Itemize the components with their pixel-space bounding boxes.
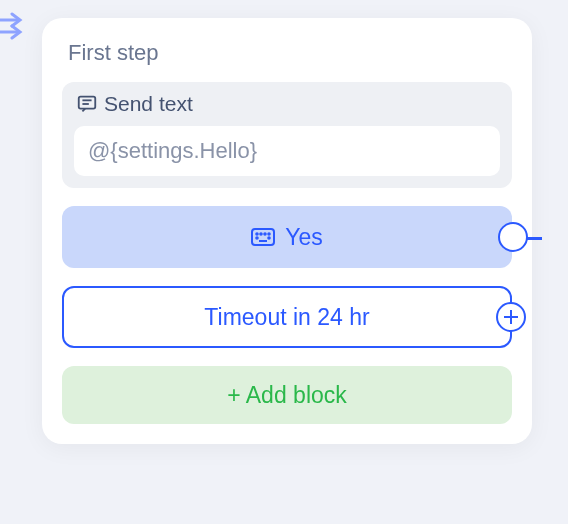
step-card[interactable]: First step Send text @{settings.Hello} (42, 18, 532, 444)
option-timeout-add-port[interactable] (496, 302, 526, 332)
svg-point-11 (268, 237, 270, 239)
svg-rect-2 (79, 97, 96, 109)
step-title: First step (68, 40, 506, 66)
option-yes[interactable]: Yes (62, 206, 512, 268)
svg-point-8 (264, 233, 266, 235)
send-text-block[interactable]: Send text @{settings.Hello} (62, 82, 512, 188)
add-block-label: + Add block (227, 382, 347, 409)
incoming-connector-arrow (0, 12, 28, 44)
svg-rect-5 (252, 229, 274, 245)
svg-point-10 (256, 237, 258, 239)
flow-canvas: First step Send text @{settings.Hello} (0, 0, 568, 524)
send-text-label: Send text (104, 92, 193, 116)
option-yes-label: Yes (285, 224, 323, 251)
message-icon (76, 93, 98, 115)
option-timeout-label: Timeout in 24 hr (204, 304, 369, 331)
send-text-input[interactable]: @{settings.Hello} (74, 126, 500, 176)
svg-point-9 (268, 233, 270, 235)
add-block-button[interactable]: + Add block (62, 366, 512, 424)
send-text-header: Send text (74, 92, 500, 116)
svg-point-7 (260, 233, 262, 235)
option-yes-output-port[interactable] (498, 222, 528, 252)
keyboard-icon (251, 228, 275, 246)
send-text-value: @{settings.Hello} (88, 138, 257, 164)
option-timeout[interactable]: Timeout in 24 hr (62, 286, 512, 348)
svg-point-6 (256, 233, 258, 235)
